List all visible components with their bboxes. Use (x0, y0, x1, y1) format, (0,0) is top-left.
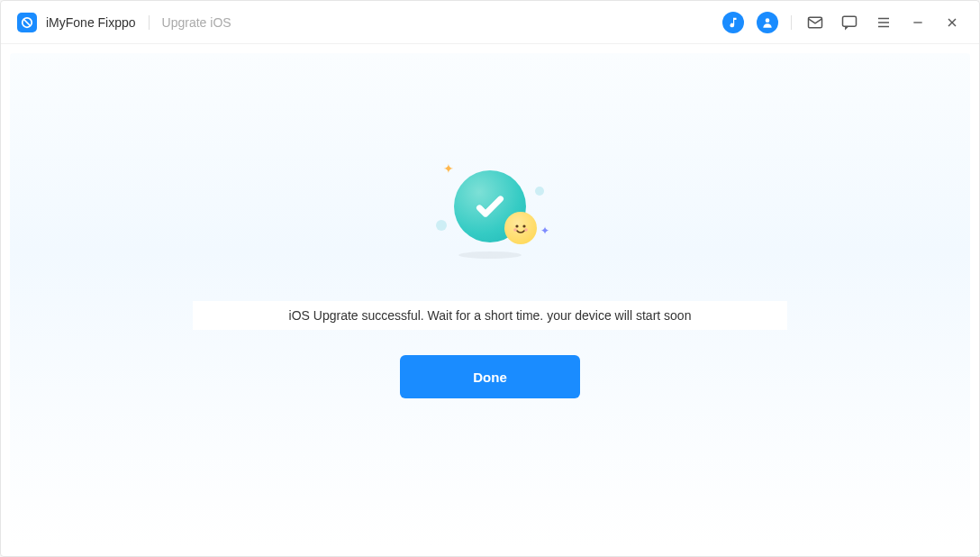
svg-point-2 (766, 18, 770, 23)
feedback-icon[interactable] (839, 12, 860, 33)
titlebar-left: iMyFone Fixppo Upgrate iOS (17, 13, 231, 32)
smiley-icon (504, 212, 537, 244)
music-icon[interactable] (722, 12, 744, 33)
svg-point-13 (513, 228, 517, 232)
svg-point-12 (522, 224, 525, 227)
sparkle-icon: ✦ (540, 224, 549, 237)
minimize-button[interactable] (907, 12, 929, 33)
svg-line-1 (24, 19, 31, 25)
app-logo-icon (17, 13, 37, 32)
breadcrumb[interactable]: Upgrate iOS (162, 15, 231, 30)
sparkle-icon: ✦ (443, 161, 454, 176)
svg-rect-4 (843, 16, 857, 26)
svg-point-14 (524, 228, 528, 232)
mail-icon[interactable] (804, 12, 826, 33)
close-button[interactable] (941, 12, 963, 33)
decorative-dot (535, 187, 544, 196)
svg-point-11 (515, 224, 518, 227)
divider (791, 15, 792, 30)
decorative-dot (436, 220, 447, 231)
app-window: iMyFone Fixppo Upgrate iOS (0, 0, 980, 557)
done-button[interactable]: Done (400, 355, 580, 398)
titlebar: iMyFone Fixppo Upgrate iOS (1, 1, 979, 44)
titlebar-right (722, 12, 963, 33)
main-content: ✦ ✦ iOS Upgrate successful. Wait (10, 53, 970, 547)
shadow (458, 251, 522, 259)
app-title: iMyFone Fixppo (46, 15, 136, 30)
menu-icon[interactable] (873, 12, 894, 33)
status-message: iOS Upgrate successful. Wait for a short… (193, 301, 787, 330)
account-icon[interactable] (757, 12, 778, 33)
success-illustration: ✦ ✦ (427, 161, 553, 269)
divider (149, 15, 150, 30)
